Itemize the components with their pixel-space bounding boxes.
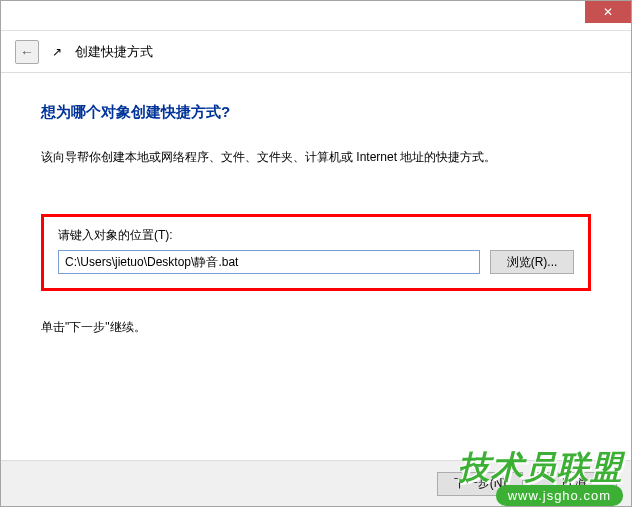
input-section-highlight: 请键入对象的位置(T): 浏览(R)... bbox=[41, 214, 591, 291]
wizard-window: ✕ ← ↗ 创建快捷方式 想为哪个对象创建快捷方式? 该向导帮你创建本地或网络程… bbox=[0, 0, 632, 507]
path-input-label: 请键入对象的位置(T): bbox=[58, 227, 574, 244]
continue-instruction: 单击"下一步"继续。 bbox=[41, 319, 591, 336]
back-button[interactable]: ← bbox=[15, 40, 39, 64]
next-button[interactable]: 下一步(N) bbox=[437, 472, 523, 496]
shortcut-icon: ↗ bbox=[49, 44, 65, 60]
titlebar: ✕ bbox=[1, 1, 631, 31]
browse-button[interactable]: 浏览(R)... bbox=[490, 250, 574, 274]
input-row: 浏览(R)... bbox=[58, 250, 574, 274]
cancel-button[interactable]: 取消 bbox=[531, 472, 617, 496]
header: ← ↗ 创建快捷方式 bbox=[1, 31, 631, 73]
close-icon: ✕ bbox=[603, 5, 613, 19]
content-area: 想为哪个对象创建快捷方式? 该向导帮你创建本地或网络程序、文件、文件夹、计算机或… bbox=[1, 73, 631, 356]
description-text: 该向导帮你创建本地或网络程序、文件、文件夹、计算机或 Internet 地址的快… bbox=[41, 148, 591, 166]
close-button[interactable]: ✕ bbox=[585, 1, 631, 23]
path-input[interactable] bbox=[58, 250, 480, 274]
header-title: 创建快捷方式 bbox=[75, 43, 153, 61]
footer: 下一步(N) 取消 bbox=[1, 460, 631, 506]
back-arrow-icon: ← bbox=[20, 44, 34, 60]
main-heading: 想为哪个对象创建快捷方式? bbox=[41, 103, 591, 122]
